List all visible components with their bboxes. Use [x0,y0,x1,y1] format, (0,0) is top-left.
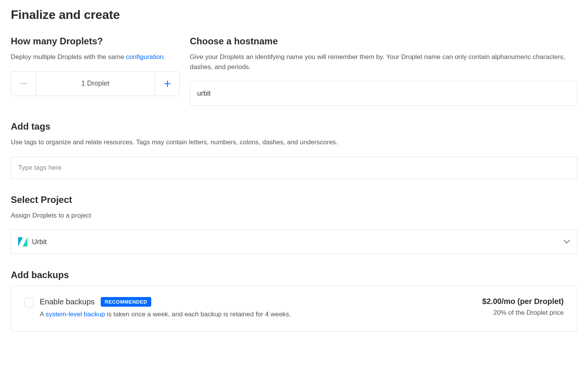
project-desc: Assign Droplets to a project [11,211,577,221]
decrement-button[interactable] [11,72,36,96]
hostname-heading: Choose a hostname [190,36,577,47]
project-heading: Select Project [11,194,577,205]
project-select[interactable]: Urbit [11,230,577,254]
svg-rect-0 [20,83,27,84]
tags-desc: Use tags to organize and relate resource… [11,137,577,147]
project-selected-label: Urbit [32,238,47,246]
backups-desc: A system-level backup is taken once a we… [40,311,291,318]
droplets-desc: Deploy multiple Droplets with the same c… [11,52,180,62]
configuration-link[interactable]: configuration [126,53,164,61]
backup-pct: 20% of the Droplet price [482,309,564,317]
enable-backups-label: Enable backups [40,297,95,306]
chevron-down-icon [564,238,570,245]
backup-card: Enable backups RECOMMENDED A system-leve… [11,286,577,332]
tags-input[interactable] [11,157,577,179]
droplets-heading: How many Droplets? [11,36,180,47]
backups-desc-prefix: A [40,311,46,318]
recommended-badge: RECOMMENDED [101,297,151,307]
project-icon [18,237,27,246]
page-title: Finalize and create [11,8,577,22]
backups-heading: Add backups [11,270,577,280]
droplet-count-label: 1 Droplet [36,72,155,96]
backups-desc-suffix: is taken once a week, and each backup is… [105,311,291,318]
enable-backups-checkbox[interactable] [24,298,34,307]
hostname-desc: Give your Droplets an identifying name y… [190,52,577,72]
plus-icon [164,81,171,87]
droplets-desc-suffix: . [164,53,166,61]
svg-rect-2 [164,83,171,84]
minus-icon [20,83,27,84]
tags-heading: Add tags [11,121,577,132]
backup-price: $2.00/mo (per Droplet) [482,297,564,306]
increment-button[interactable] [155,72,179,96]
droplet-quantity-stepper: 1 Droplet [11,71,180,96]
hostname-input[interactable] [190,81,577,106]
system-level-backup-link[interactable]: system-level backup [46,311,105,318]
droplets-desc-text: Deploy multiple Droplets with the same [11,53,126,61]
